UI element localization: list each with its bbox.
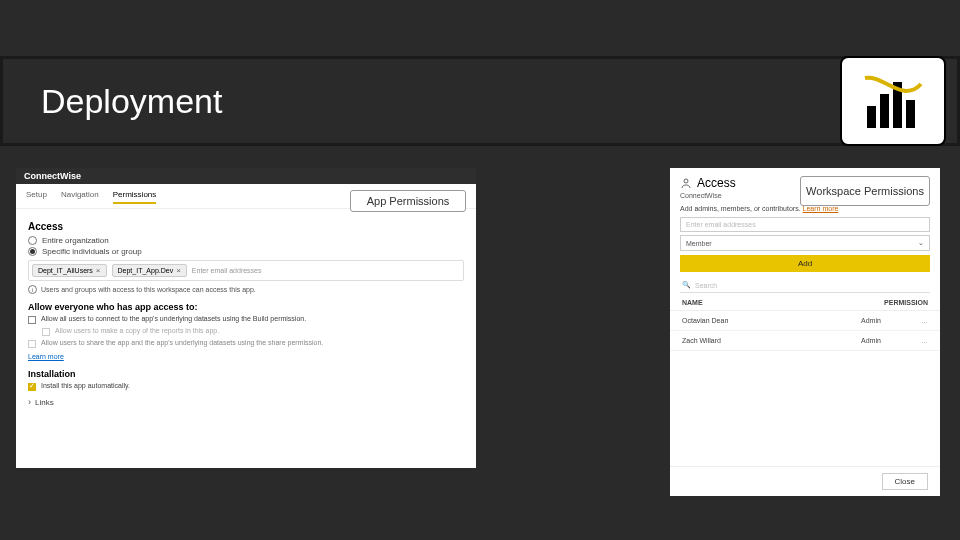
person-icon: [680, 177, 692, 189]
chip-group[interactable]: Dept_IT_AllUsers ×: [32, 264, 107, 277]
col-name: NAME: [682, 299, 884, 306]
search-input[interactable]: 🔍 Search: [680, 278, 930, 293]
radio-icon: [28, 236, 37, 245]
radio-icon-selected: [28, 247, 37, 256]
checkbox-install-auto[interactable]: Install this app automatically.: [28, 382, 464, 391]
row-menu-icon[interactable]: …: [921, 337, 928, 344]
slide-header: Deployment: [0, 56, 960, 146]
chip-placeholder: Enter email addresses: [192, 267, 262, 274]
access-heading: Access: [28, 221, 464, 232]
page-title: Deployment: [41, 82, 222, 121]
checkbox-share-permission[interactable]: Allow users to share the app and the app…: [28, 339, 464, 348]
chip-group[interactable]: Dept_IT_App.Dev ×: [112, 264, 187, 277]
svg-rect-0: [867, 106, 876, 128]
panel-footer: Close: [670, 466, 940, 496]
checkbox-icon-checked: [28, 383, 36, 391]
svg-rect-1: [880, 94, 889, 128]
learn-more-link[interactable]: Learn more: [803, 205, 839, 212]
add-button[interactable]: Add: [680, 255, 930, 272]
close-icon[interactable]: ×: [96, 266, 101, 275]
search-icon: 🔍: [682, 281, 691, 289]
chevron-right-icon: ›: [28, 397, 31, 407]
table-header: NAME PERMISSION: [670, 295, 940, 311]
app-permissions-panel: ConnectWise Setup Navigation Permissions…: [16, 168, 476, 468]
access-title: Access: [697, 176, 736, 190]
table-row: Zach Willard Admin …: [670, 331, 940, 351]
tab-setup[interactable]: Setup: [26, 190, 47, 204]
installation-heading: Installation: [28, 369, 464, 379]
close-button[interactable]: Close: [882, 473, 928, 490]
tab-navigation[interactable]: Navigation: [61, 190, 99, 204]
panel-app-title: ConnectWise: [16, 168, 476, 184]
checkbox-icon: [42, 328, 50, 336]
checkbox-icon: [28, 340, 36, 348]
links-expander[interactable]: › Links: [28, 397, 464, 407]
chevron-down-icon: ⌄: [918, 239, 924, 247]
checkbox-copy-reports[interactable]: Allow users to make a copy of the report…: [42, 327, 464, 336]
learn-more-link[interactable]: Learn more: [28, 353, 64, 360]
allow-heading: Allow everyone who has app access to:: [28, 302, 464, 312]
powerbi-logo: [840, 56, 946, 146]
tab-permissions[interactable]: Permissions: [113, 190, 157, 204]
svg-point-4: [684, 179, 688, 183]
radio-entire-org[interactable]: Entire organization: [28, 236, 464, 245]
bar-chart-icon: [863, 74, 923, 132]
row-menu-icon[interactable]: …: [921, 317, 928, 324]
info-icon: i: [28, 285, 37, 294]
workspace-access-panel: Access ConnectWise Add admins, members, …: [670, 168, 940, 496]
member-name: Zach Willard: [682, 337, 861, 344]
people-input[interactable]: Dept_IT_AllUsers × Dept_IT_App.Dev × Ent…: [28, 260, 464, 281]
info-note: i Users and groups with access to this w…: [28, 285, 464, 294]
member-name: Octavian Dean: [682, 317, 861, 324]
callout-workspace-permissions: Workspace Permissions: [800, 176, 930, 206]
role-select[interactable]: Member ⌄: [680, 235, 930, 251]
member-permission: Admin: [861, 317, 921, 324]
radio-specific[interactable]: Specific individuals or group: [28, 247, 464, 256]
col-permission: PERMISSION: [884, 299, 928, 306]
svg-rect-3: [906, 100, 915, 128]
close-icon[interactable]: ×: [176, 266, 181, 275]
table-row: Octavian Dean Admin …: [670, 311, 940, 331]
callout-app-permissions: App Permissions: [350, 190, 466, 212]
email-input[interactable]: Enter email addresses: [680, 217, 930, 232]
member-permission: Admin: [861, 337, 921, 344]
checkbox-icon: [28, 316, 36, 324]
checkbox-build-permission[interactable]: Allow all users to connect to the app's …: [28, 315, 464, 324]
